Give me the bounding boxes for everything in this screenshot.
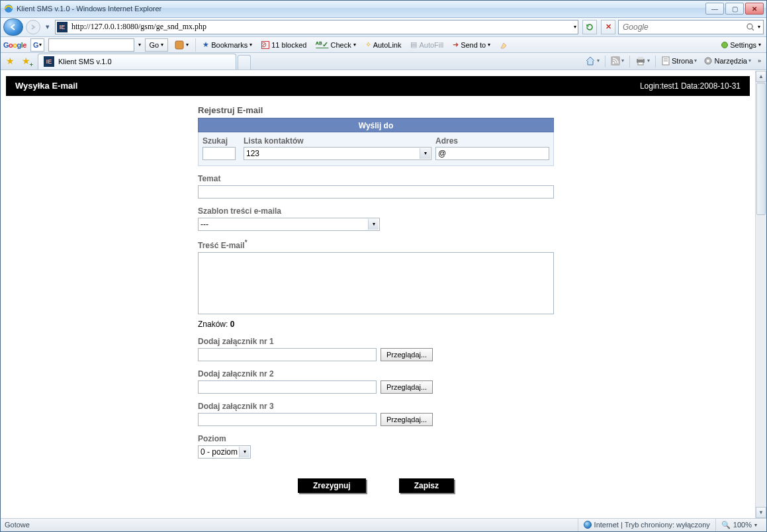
page-menu[interactable]: Strona ▾ (658, 54, 699, 67)
sendto-header: Wyślij do (198, 118, 554, 132)
google-go-button[interactable]: Go ▾ (145, 38, 169, 52)
status-bar: Gotowe Internet | Tryb chroniony: wyłącz… (1, 518, 766, 531)
favorites-star-icon[interactable]: ★ (3, 54, 17, 67)
contacts-select-value: 123 (246, 149, 259, 158)
status-zone: Internet | Tryb chroniony: wyłączony (578, 519, 715, 531)
attachment3-label: Dodaj załącznik nr 3 (198, 402, 554, 411)
template-select[interactable]: --- ▾ (198, 218, 380, 231)
subject-input[interactable] (198, 185, 554, 199)
stop-button[interactable]: ✕ (601, 20, 615, 34)
zoom-control[interactable]: 🔍100% ▾ (715, 519, 762, 531)
popup-blocked-button[interactable]: ⊘ 11 blocked (259, 38, 309, 52)
address-input[interactable] (435, 147, 549, 160)
titlebar: Klient SMS v.1.0 - Windows Internet Expl… (1, 1, 766, 18)
level-label: Poziom (198, 434, 554, 443)
tab-title: Klient SMS v.1.0 (58, 58, 112, 66)
google-brand-dropdown[interactable]: G▾ (30, 38, 44, 52)
feeds-button[interactable]: ▾ (608, 54, 627, 67)
content-area: Wysyłka E-mail Login:test1 Data:2008-10-… (1, 70, 766, 518)
globe-icon (584, 521, 592, 529)
google-toolbar: Google G▾ ▾ Go ▾ ▾ ★ Bookmarks▾ ⊘ 11 blo… (1, 37, 766, 53)
scroll-thumb[interactable] (756, 83, 766, 215)
maximize-button[interactable]: ▢ (725, 3, 744, 15)
attachment2-input[interactable] (198, 380, 377, 394)
nav-history-dropdown[interactable]: ▾ (43, 19, 52, 36)
svg-line-2 (752, 28, 754, 30)
google-search-input[interactable] (48, 38, 134, 52)
page-header-bar: Wysyłka E-mail Login:test1 Data:2008-10-… (6, 76, 750, 96)
ie-icon (3, 3, 14, 14)
back-button[interactable] (3, 19, 23, 36)
chevron-down-icon: ▾ (368, 219, 379, 230)
search-box[interactable]: ▾ (618, 20, 764, 34)
search-icon[interactable] (746, 22, 755, 32)
google-search-dropdown[interactable]: ▾ (138, 42, 141, 48)
window-title: Klient SMS v.1.0 - Windows Internet Expl… (17, 5, 161, 13)
home-button[interactable]: ▾ (582, 54, 602, 67)
navigation-bar: ▾ IE ▾ ✕ ▾ (1, 18, 766, 37)
contacts-select[interactable]: 123 ▾ (244, 147, 431, 160)
subject-label: Temat (198, 174, 554, 183)
attachment1-input[interactable] (198, 348, 377, 361)
add-favorite-icon[interactable]: ★+ (19, 54, 32, 67)
address-dropdown-icon[interactable]: ▾ (574, 24, 576, 30)
new-tab-button[interactable] (238, 55, 251, 69)
minimize-button[interactable]: ― (705, 3, 724, 15)
status-ready: Gotowe (5, 521, 30, 529)
url-input[interactable] (70, 21, 571, 32)
google-news-icon[interactable]: ▾ (172, 38, 191, 52)
svg-rect-7 (638, 57, 643, 60)
bookmarks-button[interactable]: ★ Bookmarks▾ (200, 38, 255, 52)
spellcheck-button[interactable]: ᴬᴮ✓ Check ▾ (313, 38, 358, 52)
tab-strip: ★ ★+ IE Klient SMS v.1.0 ▾ ▾ ▾ Strona ▾ … (1, 53, 766, 70)
refresh-button[interactable] (582, 20, 597, 34)
svg-point-5 (613, 62, 615, 64)
search-dropdown-icon[interactable]: ▾ (758, 24, 760, 30)
highlight-icon[interactable] (497, 38, 512, 52)
sendto-panel: Szukaj Lista kontaktów Adres 123 ▾ (198, 132, 554, 166)
body-label: Treść E-mail* (198, 239, 554, 250)
scroll-down-arrow[interactable]: ▼ (756, 507, 766, 518)
body-textarea[interactable] (198, 252, 554, 314)
attachment1-browse-button[interactable]: Przeglądaj... (381, 348, 433, 361)
attachment1-label: Dodaj załącznik nr 1 (198, 337, 554, 346)
sendto-button[interactable]: ➜ Send to▾ (450, 38, 493, 52)
char-count: Znaków: 0 (198, 320, 554, 329)
page-header-title: Wysyłka E-mail (15, 81, 77, 91)
settings-button[interactable]: Settings▾ (719, 38, 764, 52)
chevron-down-icon: ▾ (239, 447, 249, 457)
register-email-title: Rejestruj E-mail (198, 105, 554, 115)
forward-button[interactable] (26, 20, 40, 34)
autofill-button[interactable]: ▤ AutoFill (408, 38, 446, 52)
search-input[interactable] (621, 22, 743, 32)
chevron-expand-icon[interactable]: » (755, 54, 764, 67)
site-favicon: IE (57, 22, 68, 32)
level-select[interactable]: 0 - poziom ▾ (198, 445, 251, 459)
attachment3-input[interactable] (198, 413, 377, 426)
browser-window: Klient SMS v.1.0 - Windows Internet Expl… (0, 0, 767, 532)
cancel-button[interactable]: Zrezygnuj (298, 478, 366, 493)
address-bar[interactable]: IE ▾ (55, 20, 578, 34)
contacts-label: Lista kontaktów (244, 136, 431, 147)
autolink-button[interactable]: ✧ AutoLink (363, 38, 404, 52)
tab-favicon: IE (44, 56, 54, 67)
template-label: Szablon treści e-maila (198, 206, 554, 216)
attachment3-browse-button[interactable]: Przeglądaj... (381, 413, 433, 426)
tools-menu[interactable]: Narzędzia ▾ (701, 54, 754, 67)
close-button[interactable]: ✕ (745, 3, 764, 15)
svg-rect-3 (175, 41, 183, 49)
vertical-scrollbar[interactable]: ▲ ▼ (755, 71, 766, 518)
body-textarea-wrap (198, 252, 554, 316)
search-contacts-input[interactable] (203, 147, 236, 160)
print-button[interactable]: ▾ (633, 54, 653, 67)
attachment2-browse-button[interactable]: Przeglądaj... (381, 380, 433, 394)
scroll-up-arrow[interactable]: ▲ (756, 71, 766, 82)
status-dot-icon (721, 42, 728, 48)
attachment2-label: Dodaj załącznik nr 2 (198, 369, 554, 378)
address-label: Adres (435, 136, 549, 147)
level-select-value: 0 - poziom (201, 447, 238, 457)
template-select-value: --- (201, 220, 208, 229)
tab-active[interactable]: IE Klient SMS v.1.0 (38, 54, 236, 69)
save-button[interactable]: Zapisz (399, 478, 454, 493)
page-content: Wysyłka E-mail Login:test1 Data:2008-10-… (1, 71, 755, 518)
